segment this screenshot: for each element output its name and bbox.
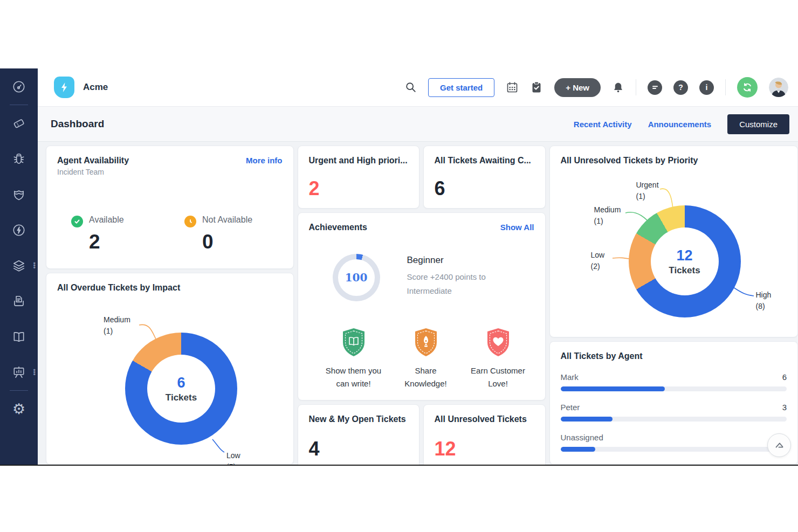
topbar-separator [725,79,726,95]
feedback-icon[interactable] [648,80,662,95]
all-unresolved-card: All Unresolved Tickets 12 [423,404,546,465]
agent-bar-row: Peter3 [561,403,787,422]
badge-write[interactable]: Show them youcan write! [318,327,390,390]
sidebar-item-analytics[interactable]: ••• [0,362,38,382]
badge-customer-love[interactable]: Earn CustomerLove! [462,327,534,390]
not-available-label: Not Available [202,215,252,225]
card-title: Urgent and High priori... [309,156,408,165]
available-label: Available [89,215,124,225]
topbar-actions: Get started + New ? i [405,77,788,98]
scroll-to-top-button[interactable] [767,433,791,457]
badge-share-knowledge[interactable]: ShareKnowledge! [390,327,462,390]
app-window: ••• ••• ⚙ Acme [0,68,798,466]
brand-name: Acme [83,82,108,93]
notifications-bell-icon[interactable] [612,81,624,94]
card-title: New & My Open Tickets [309,414,408,424]
green-shield-book-icon [340,327,367,357]
sidebar-item-automations[interactable] [0,220,38,240]
donut-center-label: Tickets [166,392,197,403]
book-icon [12,330,26,344]
show-all-link[interactable]: Show All [500,223,534,232]
score-value: 100 [345,271,368,284]
calendar-icon[interactable] [506,81,519,94]
sidebar-kebab-icon[interactable]: ••• [33,262,36,269]
sync-refresh-icon[interactable] [737,77,758,98]
sidebar-divider [10,105,28,105]
priority-donut-chart: 12 Tickets [629,205,741,317]
dashboard-gauge-icon [12,80,26,94]
shield-icon [12,188,26,202]
sidebar-item-assets[interactable]: ••• [0,255,38,275]
overdue-donut-chart: 6 Tickets [125,333,237,445]
all-unresolved-value: 12 [435,439,534,459]
help-icon[interactable]: ? [673,80,688,95]
sidebar: ••• ••• ⚙ [0,68,38,465]
slice-label-medium: Medium(1) [594,204,621,227]
analytics-board-icon [12,365,26,379]
tasks-clipboard-icon[interactable] [530,81,543,94]
sidebar-item-tickets[interactable] [0,113,38,133]
available-check-icon [71,216,83,227]
sidebar-item-changes[interactable] [0,184,38,204]
sidebar-item-admin[interactable]: ⚙ [0,399,38,419]
gear-icon: ⚙ [12,402,25,416]
brand-logo[interactable] [54,77,74,98]
bar-track [561,447,787,452]
sidebar-divider [10,390,28,391]
search-icon[interactable] [405,81,417,93]
donut-center-value: 6 [177,375,185,391]
user-avatar[interactable] [769,78,788,97]
donut-center-label: Tickets [669,265,700,276]
sidebar-item-solutions[interactable] [0,327,38,347]
recent-activity-link[interactable]: Recent Activity [574,120,632,129]
bug-icon [12,152,26,166]
achievement-score-text: Score +2400 points to Intermediate [407,270,486,298]
bolt-icon [59,82,69,93]
available-value: 2 [89,231,124,253]
not-available-stat: Not Available 0 [184,215,252,253]
not-available-clock-icon [184,216,196,227]
card-title: Achievements [309,223,368,232]
dashboard-content: Agent Availability Incident Team More in… [38,142,798,465]
page: ••• ••• ⚙ Acme [0,0,798,532]
chevron-up-icon [773,439,785,451]
more-info-link[interactable]: More info [246,156,283,165]
dashboard-bar: Dashboard Recent Activity Announcements … [38,107,798,142]
new-button[interactable]: + New [554,78,601,97]
bar-fill-mark [561,386,665,391]
ticket-icon [12,116,26,130]
score-progress-ring: 100 [333,254,380,301]
urgent-high-card: Urgent and High priori... 2 [298,146,419,209]
sidebar-item-problems[interactable] [0,149,38,169]
announcements-link[interactable]: Announcements [648,120,712,129]
card-title: All Tickets Awaiting C... [435,156,534,165]
get-started-button[interactable]: Get started [428,78,494,97]
new-my-open-card: New & My Open Tickets 4 [298,404,419,465]
awaiting-value: 6 [435,179,534,198]
achievement-level: Beginner [407,255,486,266]
slice-label-medium: Medium(1) [104,314,130,337]
info-icon[interactable]: i [699,80,714,95]
red-shield-heart-icon [485,327,512,357]
sidebar-item-dashboard[interactable] [0,77,38,96]
sidebar-item-reports[interactable] [0,291,38,311]
slice-label-high: High(8) [756,289,772,312]
slice-label-urgent: Urgent(1) [636,179,659,202]
top-bar: Acme Get started + New [38,68,798,107]
card-title: All Tickets by Agent [561,351,787,361]
available-stat: Available 2 [71,215,184,253]
bar-fill-peter [561,417,613,422]
card-title: All Unresolved Tickets [435,414,534,424]
achievements-card: Achievements Show All 100 Beginner Score… [298,212,546,400]
donut-center-value: 12 [676,247,692,264]
topbar-separator [636,79,636,95]
tickets-by-agent-card: All Tickets by Agent Mark6 Peter3 Unassi… [549,341,798,465]
layers-icon [12,259,26,273]
customize-button[interactable]: Customize [727,114,789,134]
document-tray-icon [12,294,26,308]
agent-bar-row: Mark6 [561,372,787,391]
sidebar-kebab-icon[interactable]: ••• [33,369,36,376]
overdue-by-impact-card: All Overdue Tickets by Impact Medium(1) … [46,273,294,465]
card-title: All Overdue Tickets by Impact [57,283,283,293]
awaiting-customer-card: All Tickets Awaiting C... 6 [423,146,546,209]
